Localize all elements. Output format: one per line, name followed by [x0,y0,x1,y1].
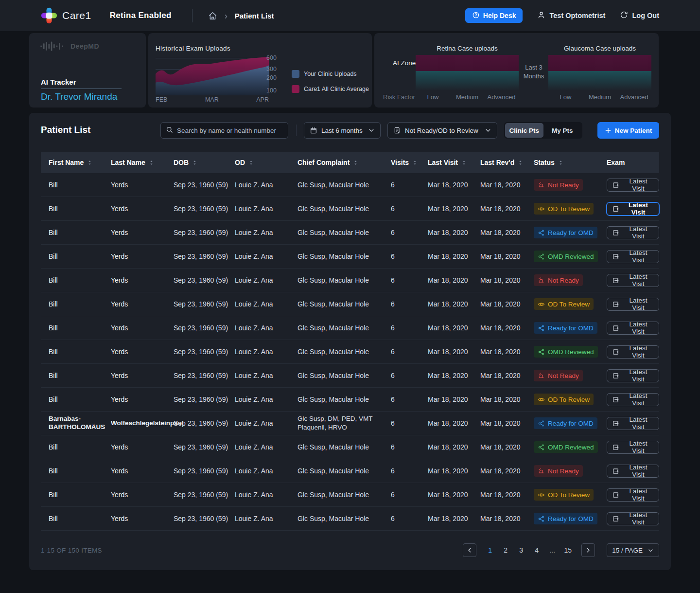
cell-visits: 6 [391,348,428,356]
sort-icon[interactable] [558,160,564,166]
column-header-last-name[interactable]: Last Name [111,159,174,166]
column-header-chief-complaint[interactable]: Chief Complaint [298,159,391,166]
cell-first-name: Bill [49,372,111,379]
status-badge: OMD Reviewed [534,346,598,358]
table-row: BillYerdsSep 23, 1960 (59)Louie Z. AnaGl… [41,435,659,459]
legend-swatch [292,70,299,78]
page-number-1[interactable]: 1 [484,545,496,556]
cell-chief-complaint: Glc Susp, Macular Hole [298,229,391,236]
next-page-button[interactable] [581,543,595,557]
cell-chief-complaint: Glc Susp, Macular Hole [298,205,391,213]
page-size-select[interactable]: 15 / PAGE [607,543,659,557]
category-label: Medium [450,93,484,101]
search-input[interactable] [177,127,283,134]
cell-last-visit: Mar 18, 2020 [428,467,480,475]
cell-first-name: Bill [49,324,111,332]
latest-visit-button[interactable]: Latest Visit [607,298,659,311]
status-filter-dropdown[interactable]: Not Ready/OD to Review [387,122,497,139]
latest-visit-button[interactable]: Latest Visit [607,465,659,478]
export-icon [612,277,619,284]
date-range-dropdown[interactable]: Last 6 months [304,122,381,139]
latest-visit-button[interactable]: Latest Visit [607,274,659,287]
status-badge: OD To Review [534,394,594,405]
latest-visit-button[interactable]: Latest Visit [607,393,659,406]
help-desk-button[interactable]: Help Desk [465,8,523,23]
latest-visit-button[interactable]: Latest Visit [607,512,659,525]
brand[interactable]: Care1 [41,7,91,24]
cell-last-revd: Mar 18, 2020 [480,229,534,236]
table-row: BillYerdsSep 23, 1960 (59)Louie Z. AnaGl… [41,292,659,316]
cell-last-revd: Mar 18, 2020 [480,491,534,499]
column-header-last-rev-d[interactable]: Last Rev'd [480,159,534,166]
sort-icon[interactable] [412,160,418,166]
new-patient-button[interactable]: New Patient [597,122,659,139]
category-label: Advanced [485,93,519,101]
cell-last-visit: Mar 18, 2020 [428,276,480,284]
cell-od: Louie Z. Ana [235,300,298,308]
logout-button[interactable]: Log Out [620,11,659,20]
cell-last-name: Yerds [111,324,174,332]
cell-last-visit: Mar 18, 2020 [428,491,480,499]
status-badge: Ready for OMD [534,227,597,238]
doctor-name-link[interactable]: Dr. Trevor Miranda [41,91,117,102]
latest-visit-button[interactable]: Latest Visit [607,226,659,239]
tab-clinic-pts[interactable]: Clinic Pts [505,123,543,138]
sort-icon[interactable] [87,160,93,166]
status-badge: OMD Reviewed [534,251,598,262]
page-number-3[interactable]: 3 [515,545,527,556]
column-header-last-visit[interactable]: Last Visit [428,159,480,166]
cell-status: OMD Reviewed [534,346,607,358]
sort-icon[interactable] [192,160,198,166]
cell-last-name: Yerds [111,276,174,284]
page-number-4[interactable]: 4 [531,545,542,556]
home-icon[interactable] [208,11,217,20]
user-menu[interactable]: Test Optometrist [537,11,605,20]
sort-icon[interactable] [461,160,467,166]
latest-visit-button[interactable]: Latest Visit [607,202,659,216]
column-header-visits[interactable]: Visits [391,159,428,166]
cell-od: Louie Z. Ana [235,467,298,475]
cell-od: Louie Z. Ana [235,419,298,427]
patient-table: First NameLast NameDOBODChief ComplaintV… [41,152,659,531]
cell-exam: Latest Visit [607,488,659,502]
page-number-2[interactable]: 2 [500,545,511,556]
table-row: BillYerdsSep 23, 1960 (59)Louie Z. AnaGl… [41,269,659,292]
latest-visit-button[interactable]: Latest Visit [607,441,659,454]
cell-last-revd: Mar 18, 2020 [480,395,534,403]
latest-visit-button[interactable]: Latest Visit [607,488,659,502]
table-header-row: First NameLast NameDOBODChief ComplaintV… [41,152,659,173]
latest-visit-button[interactable]: Latest Visit [607,179,659,192]
column-header-od[interactable]: OD [235,159,298,166]
sort-icon[interactable] [517,160,524,166]
cell-dob: Sep 23, 1960 (59) [174,348,235,356]
cell-last-revd: Mar 18, 2020 [480,467,534,475]
user-name: Test Optometrist [549,12,605,19]
cell-first-name: Bill [49,181,111,189]
latest-visit-button[interactable]: Latest Visit [607,250,659,263]
siren-icon [538,277,545,284]
sort-icon[interactable] [148,160,155,166]
export-icon [612,491,619,499]
tab-my-pts[interactable]: My Pts [543,123,582,138]
table-row: BillYerdsSep 23, 1960 (59)Louie Z. AnaGl… [41,459,659,483]
column-header-dob[interactable]: DOB [174,159,235,166]
care1-logo-icon [41,7,57,24]
column-header-status[interactable]: Status [534,159,607,166]
sort-icon[interactable] [352,160,359,166]
cell-last-revd: Mar 18, 2020 [480,181,534,189]
page-number-15[interactable]: 15 [562,545,574,556]
cell-visits: 6 [391,276,428,284]
column-header-first-name[interactable]: First Name [49,159,111,166]
cell-status: OMD Reviewed [534,441,607,453]
latest-visit-button[interactable]: Latest Visit [607,345,659,359]
prev-page-button[interactable] [463,543,476,557]
latest-visit-button[interactable]: Latest Visit [607,417,659,430]
status-badge: Not Ready [534,465,583,477]
sort-icon[interactable] [248,160,254,166]
latest-visit-button[interactable]: Latest Visit [607,369,659,382]
latest-visit-button[interactable]: Latest Visit [607,322,659,335]
pagination-summary: 1-15 OF 150 ITEMS [41,547,102,554]
cell-chief-complaint: Glc Susp, Macular Hole [298,300,391,308]
pagination-bar: 1-15 OF 150 ITEMS 1234...15 15 / PAGE [41,542,659,558]
table-row: BillYerdsSep 23, 1960 (59)Louie Z. AnaGl… [41,364,659,388]
